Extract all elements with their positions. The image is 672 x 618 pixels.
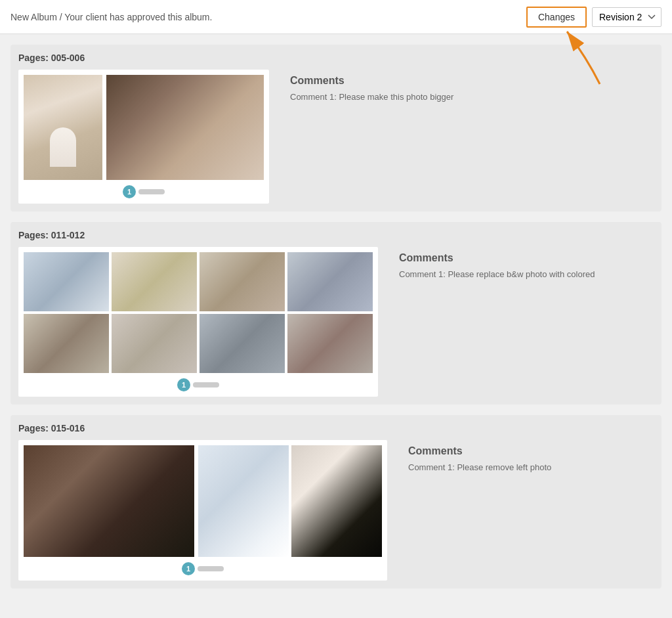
dot-active-2[interactable]: 1 bbox=[177, 378, 190, 391]
page-indicator-2: 1 bbox=[24, 378, 373, 391]
page-indicator-1: 1 bbox=[24, 185, 264, 198]
page-content-3: 1 Comments Comment 1: Please remove left… bbox=[18, 440, 654, 581]
pages-label-1: Pages: 005-006 bbox=[18, 53, 654, 63]
photos-inner-1: 1 bbox=[18, 70, 269, 204]
photo-silhouette bbox=[291, 445, 382, 557]
photo-bright bbox=[198, 445, 289, 557]
main-content: Pages: 005-006 1 Comments Comment 1: Ple… bbox=[0, 34, 672, 599]
pages-label-3: Pages: 015-016 bbox=[18, 423, 654, 433]
page-section-3: Pages: 015-016 1 bbox=[10, 415, 662, 588]
comment-text-1: Comment 1: Please make this photo bigger bbox=[290, 92, 643, 102]
page-indicator-3: 1 bbox=[24, 562, 382, 575]
comments-title-2: Comments bbox=[399, 252, 643, 264]
dot-inactive-3[interactable] bbox=[198, 566, 224, 571]
photos-area-3: 1 bbox=[18, 440, 387, 581]
photos-inner-2: 1 bbox=[18, 247, 378, 397]
grid-photo-1 bbox=[24, 252, 109, 311]
photos-inner-3: 1 bbox=[18, 440, 387, 581]
dot-inactive-1[interactable] bbox=[138, 189, 165, 194]
photos-grid-2 bbox=[24, 252, 373, 373]
comments-area-2: Comments Comment 1: Please replace b&w p… bbox=[388, 247, 654, 284]
app-header: New Album / Your client has approved thi… bbox=[0, 0, 672, 34]
photo-wedding-group bbox=[24, 445, 194, 557]
page-section-1: Pages: 005-006 1 Comments Comment 1: Ple… bbox=[10, 45, 662, 211]
dot-inactive-2[interactable] bbox=[193, 382, 219, 387]
page-content-2: 1 Comments Comment 1: Please replace b&w… bbox=[18, 247, 654, 397]
photos-row-1 bbox=[24, 75, 264, 180]
header-controls: Changes Revision 2 Revision 1 Revision 3 bbox=[526, 7, 662, 28]
pages-label-2: Pages: 011-012 bbox=[18, 230, 654, 240]
comments-area-3: Comments Comment 1: Please remove left p… bbox=[398, 440, 654, 477]
revision-select[interactable]: Revision 2 Revision 1 Revision 3 bbox=[592, 7, 662, 27]
changes-button[interactable]: Changes bbox=[526, 7, 587, 28]
comments-title-1: Comments bbox=[290, 75, 643, 87]
dot-active-1[interactable]: 1 bbox=[123, 185, 136, 198]
photo-bride-dress bbox=[24, 75, 102, 180]
page-section-2: Pages: 011-012 1 bbox=[10, 222, 662, 405]
grid-photo-7 bbox=[200, 314, 285, 373]
comment-text-3: Comment 1: Please remove left photo bbox=[408, 462, 643, 472]
photos-row-3 bbox=[24, 445, 382, 557]
photos-area-2: 1 bbox=[18, 247, 378, 397]
photos-area-1: 1 bbox=[18, 70, 269, 204]
grid-photo-3 bbox=[200, 252, 285, 311]
grid-photo-2 bbox=[112, 252, 197, 311]
dot-active-3[interactable]: 1 bbox=[182, 562, 195, 575]
grid-photo-4 bbox=[287, 252, 373, 311]
comments-area-1: Comments Comment 1: Please make this pho… bbox=[280, 70, 654, 107]
grid-photo-6 bbox=[112, 314, 197, 373]
header-title: New Album / Your client has approved thi… bbox=[10, 12, 212, 22]
photos-right-pair bbox=[198, 445, 382, 557]
grid-photo-8 bbox=[287, 314, 373, 373]
photo-bride-pearl bbox=[106, 75, 264, 180]
page-content-1: 1 Comments Comment 1: Please make this p… bbox=[18, 70, 654, 204]
comment-text-2: Comment 1: Please replace b&w photo with… bbox=[399, 269, 643, 279]
comments-title-3: Comments bbox=[408, 445, 643, 457]
grid-photo-5 bbox=[24, 314, 109, 373]
